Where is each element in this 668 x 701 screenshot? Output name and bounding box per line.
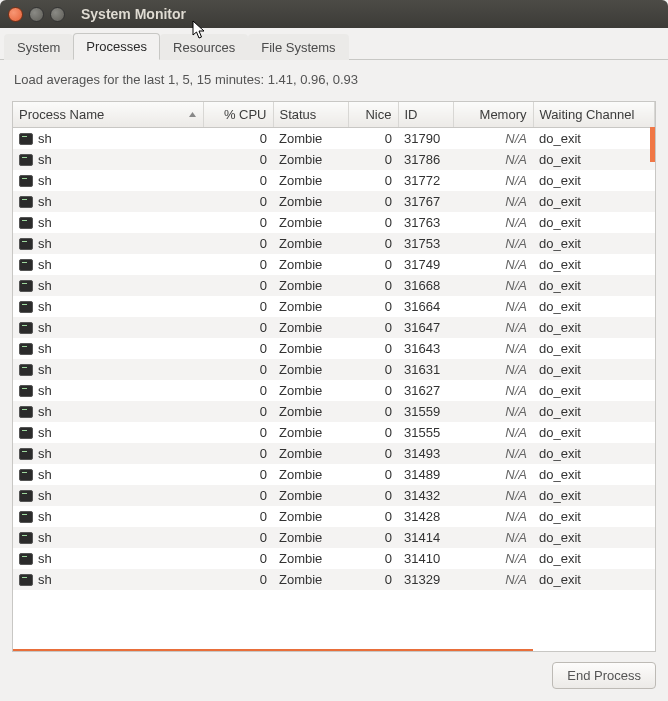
titlebar: System Monitor — [0, 0, 668, 28]
table-row[interactable]: sh0Zombie031786N/Ado_exit — [13, 149, 655, 170]
cell-memory: N/A — [453, 443, 533, 464]
cell-id: 31493 — [398, 443, 453, 464]
content-pane: Load averages for the last 1, 5, 15 minu… — [0, 60, 668, 701]
window-title: System Monitor — [81, 6, 186, 22]
table-row[interactable]: sh0Zombie031489N/Ado_exit — [13, 464, 655, 485]
cell-id: 31753 — [398, 233, 453, 254]
cell-process-name: sh — [13, 254, 203, 275]
cell-process-name: sh — [13, 464, 203, 485]
cell-memory: N/A — [453, 128, 533, 150]
cell-nice: 0 — [348, 170, 398, 191]
cell-status: Zombie — [273, 275, 348, 296]
process-name-text: sh — [38, 509, 52, 524]
cell-id: 31555 — [398, 422, 453, 443]
column-header-memory[interactable]: Memory — [453, 102, 533, 128]
table-row[interactable]: sh0Zombie031432N/Ado_exit — [13, 485, 655, 506]
cell-process-name: sh — [13, 443, 203, 464]
column-header-process-name[interactable]: Process Name — [13, 102, 203, 128]
cell-wait: do_exit — [533, 506, 655, 527]
table-row[interactable]: sh0Zombie031643N/Ado_exit — [13, 338, 655, 359]
end-process-button[interactable]: End Process — [552, 662, 656, 689]
process-name-text: sh — [38, 446, 52, 461]
table-row[interactable]: sh0Zombie031428N/Ado_exit — [13, 506, 655, 527]
tab-processes[interactable]: Processes — [73, 33, 160, 60]
cell-process-name: sh — [13, 359, 203, 380]
cell-nice: 0 — [348, 569, 398, 590]
scroll-indicator[interactable] — [650, 127, 655, 162]
cell-process-name: sh — [13, 548, 203, 569]
cell-id: 31786 — [398, 149, 453, 170]
terminal-icon — [19, 196, 33, 208]
table-row[interactable]: sh0Zombie031790N/Ado_exit — [13, 128, 655, 150]
cell-id: 31664 — [398, 296, 453, 317]
cell-wait: do_exit — [533, 233, 655, 254]
cell-cpu: 0 — [203, 317, 273, 338]
cell-id: 31627 — [398, 380, 453, 401]
column-header-id[interactable]: ID — [398, 102, 453, 128]
process-table: Process Name % CPU Status Nice ID Memory… — [13, 102, 655, 590]
column-header-cpu[interactable]: % CPU — [203, 102, 273, 128]
table-row[interactable]: sh0Zombie031414N/Ado_exit — [13, 527, 655, 548]
cell-nice: 0 — [348, 338, 398, 359]
table-row[interactable]: sh0Zombie031493N/Ado_exit — [13, 443, 655, 464]
tab-system[interactable]: System — [4, 34, 73, 60]
cell-wait: do_exit — [533, 380, 655, 401]
cell-process-name: sh — [13, 233, 203, 254]
column-header-waiting-channel[interactable]: Waiting Channel — [533, 102, 655, 128]
cell-nice: 0 — [348, 296, 398, 317]
table-row[interactable]: sh0Zombie031329N/Ado_exit — [13, 569, 655, 590]
cell-wait: do_exit — [533, 275, 655, 296]
cell-nice: 0 — [348, 485, 398, 506]
table-row[interactable]: sh0Zombie031559N/Ado_exit — [13, 401, 655, 422]
cell-wait: do_exit — [533, 422, 655, 443]
cell-process-name: sh — [13, 506, 203, 527]
tab-file-systems[interactable]: File Systems — [248, 34, 348, 60]
terminal-icon — [19, 322, 33, 334]
table-row[interactable]: sh0Zombie031631N/Ado_exit — [13, 359, 655, 380]
process-name-text: sh — [38, 404, 52, 419]
cell-cpu: 0 — [203, 128, 273, 150]
cell-status: Zombie — [273, 170, 348, 191]
cell-memory: N/A — [453, 149, 533, 170]
cell-wait: do_exit — [533, 548, 655, 569]
column-header-status[interactable]: Status — [273, 102, 348, 128]
close-icon[interactable] — [8, 7, 23, 22]
cell-memory: N/A — [453, 485, 533, 506]
table-row[interactable]: sh0Zombie031664N/Ado_exit — [13, 296, 655, 317]
cell-status: Zombie — [273, 191, 348, 212]
process-name-text: sh — [38, 572, 52, 587]
cell-id: 31767 — [398, 191, 453, 212]
table-row[interactable]: sh0Zombie031668N/Ado_exit — [13, 275, 655, 296]
table-row[interactable]: sh0Zombie031763N/Ado_exit — [13, 212, 655, 233]
maximize-icon[interactable] — [50, 7, 65, 22]
terminal-icon — [19, 553, 33, 565]
cell-wait: do_exit — [533, 149, 655, 170]
table-row[interactable]: sh0Zombie031555N/Ado_exit — [13, 422, 655, 443]
table-row[interactable]: sh0Zombie031772N/Ado_exit — [13, 170, 655, 191]
column-header-nice[interactable]: Nice — [348, 102, 398, 128]
table-row[interactable]: sh0Zombie031753N/Ado_exit — [13, 233, 655, 254]
table-row[interactable]: sh0Zombie031647N/Ado_exit — [13, 317, 655, 338]
terminal-icon — [19, 175, 33, 187]
cell-id: 31432 — [398, 485, 453, 506]
cell-memory: N/A — [453, 380, 533, 401]
cell-cpu: 0 — [203, 296, 273, 317]
cell-cpu: 0 — [203, 527, 273, 548]
process-name-text: sh — [38, 299, 52, 314]
table-row[interactable]: sh0Zombie031767N/Ado_exit — [13, 191, 655, 212]
cell-memory: N/A — [453, 275, 533, 296]
table-row[interactable]: sh0Zombie031749N/Ado_exit — [13, 254, 655, 275]
table-row[interactable]: sh0Zombie031410N/Ado_exit — [13, 548, 655, 569]
tab-resources[interactable]: Resources — [160, 34, 248, 60]
cell-cpu: 0 — [203, 233, 273, 254]
cell-cpu: 0 — [203, 380, 273, 401]
tab-bar: System Processes Resources File Systems — [0, 28, 668, 60]
cell-cpu: 0 — [203, 212, 273, 233]
minimize-icon[interactable] — [29, 7, 44, 22]
cell-memory: N/A — [453, 422, 533, 443]
cell-status: Zombie — [273, 128, 348, 150]
cell-nice: 0 — [348, 254, 398, 275]
table-row[interactable]: sh0Zombie031627N/Ado_exit — [13, 380, 655, 401]
cell-process-name: sh — [13, 275, 203, 296]
cell-id: 31428 — [398, 506, 453, 527]
